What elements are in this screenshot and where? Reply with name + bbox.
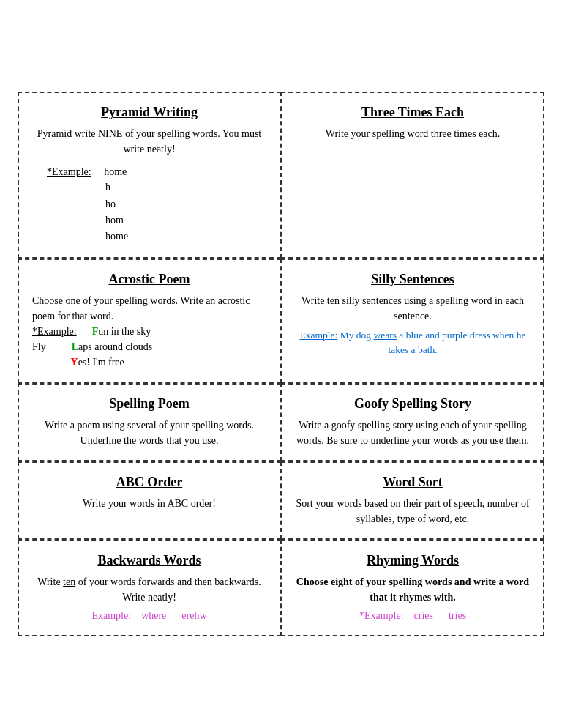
pyramid-step-4: home [105,229,266,245]
spelling-poem-title: Spelling Poem [32,396,266,412]
pyramid-instruction: Pyramid write NINE of your spelling word… [37,128,261,155]
goofy-cell: Goofy Spelling Story Write a goofy spell… [281,383,544,461]
pyramid-writing-cell: Pyramid Writing Pyramid write NINE of yo… [18,92,281,259]
silly-body: Write ten silly sentences using a spelli… [296,293,530,358]
page: Pyramid Writing Pyramid write NINE of yo… [18,92,544,636]
acrostic-example-label: *Example: [32,326,77,337]
spelling-poem-cell: Spelling Poem Write a poem using several… [18,383,281,461]
backwards-rest: of your words forwards and then backward… [75,576,261,603]
acrostic-body: Choose one of your spelling words. Write… [32,293,266,370]
pyramid-title: Pyramid Writing [32,105,266,120]
word-sort-cell: Word Sort Sort your words based on their… [281,461,544,540]
three-times-title: Three Times Each [296,105,530,120]
silly-example-text2: a blue and purple dress when he takes a … [388,330,525,355]
three-times-cell: Three Times Each Write your spelling wor… [281,92,544,259]
pyramid-step-1: h [105,179,266,196]
rhyming-instruction: Choose eight of your spelling words and … [296,576,529,603]
backwards-example-label: Example: [91,610,131,621]
acrostic-laps: aps around clouds [78,341,152,352]
goofy-body: Write a goofy spelling story using each … [296,417,530,448]
backwards-words-cell: Backwards Words Write ten of your words … [18,540,281,636]
rhyming-example-label: *Example: [359,610,404,621]
backwards-example: Example: where erehw [32,608,266,623]
silly-example-text: My dog [340,330,374,341]
backwards-ten: ten [63,576,75,587]
acrostic-f: F [92,326,99,337]
acrostic-title: Acrostic Poem [32,272,266,287]
rhyming-words-cell: Rhyming Words Choose eight of your spell… [281,540,544,636]
three-times-body: Write your spelling word three times eac… [296,126,530,141]
goofy-title: Goofy Spelling Story [296,396,530,412]
rhyming-body: Choose eight of your spelling words and … [296,574,530,623]
acrostic-instruction: Choose one of your spelling words. Write… [32,295,250,322]
abc-order-title: ABC Order [32,475,266,490]
acrostic-fun: un in the sky [98,326,151,337]
rhyming-cries: cries [414,610,433,621]
pyramid-example: *Example: home h ho hom home [32,164,266,245]
silly-sentences-cell: Silly Sentences Write ten silly sentence… [281,259,544,383]
word-sort-body: Sort your words based on their part of s… [296,496,530,527]
abc-order-cell: ABC Order Write your words in ABC order! [18,461,281,540]
acrostic-cell: Acrostic Poem Choose one of your spellin… [18,259,281,383]
pyramid-step-2: ho [105,196,266,212]
backwards-title: Backwards Words [32,553,266,568]
backwards-erehw: erehw [181,610,206,621]
silly-example-label: Example: [300,330,338,341]
pyramid-example-word: home [104,166,127,177]
activity-grid: Pyramid Writing Pyramid write NINE of yo… [18,92,544,636]
backwards-write: Write [37,576,63,587]
silly-example: Example: My dog wears a blue and purple … [296,328,530,358]
rhyming-tries: tries [449,610,466,621]
pyramid-step-3: hom [105,212,266,229]
acrostic-y: Y [71,357,78,368]
silly-wears: wears [373,330,396,341]
silly-instruction: Write ten silly sentences using a spelli… [301,295,524,322]
backwards-where: where [141,610,166,621]
pyramid-steps: h ho hom home [105,179,266,245]
acrostic-yes: es! I'm free [78,357,124,368]
pyramid-body: Pyramid write NINE of your spelling word… [32,126,266,245]
spelling-poem-body: Write a poem using several of your spell… [32,417,266,448]
acrostic-fly-label: Fly [32,341,46,352]
abc-order-body: Write your words in ABC order! [32,496,266,511]
rhyming-title: Rhyming Words [296,553,530,568]
word-sort-title: Word Sort [296,475,530,490]
silly-title: Silly Sentences [296,272,530,287]
rhyming-example: *Example: cries tries [296,608,530,623]
pyramid-example-label: *Example: [47,166,91,177]
acrostic-l: L [72,341,78,352]
backwards-body: Write ten of your words forwards and the… [32,574,266,623]
